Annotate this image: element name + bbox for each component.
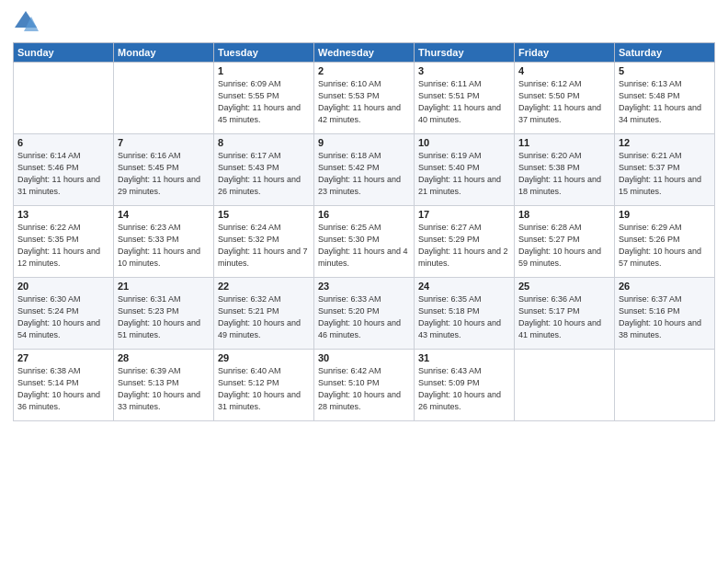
calendar-cell: 24Sunrise: 6:35 AM Sunset: 5:18 PM Dayli… — [415, 278, 515, 350]
header — [13, 9, 715, 35]
calendar-cell: 4Sunrise: 6:12 AM Sunset: 5:50 PM Daylig… — [515, 63, 615, 134]
day-number: 13 — [17, 209, 109, 220]
calendar-cell: 16Sunrise: 6:25 AM Sunset: 5:30 PM Dayli… — [314, 206, 415, 278]
calendar-cell — [515, 350, 615, 421]
day-info: Sunrise: 6:39 AM Sunset: 5:13 PM Dayligh… — [118, 365, 210, 413]
calendar-cell: 28Sunrise: 6:39 AM Sunset: 5:13 PM Dayli… — [114, 350, 214, 421]
day-info: Sunrise: 6:35 AM Sunset: 5:18 PM Dayligh… — [418, 293, 510, 341]
day-info: Sunrise: 6:21 AM Sunset: 5:37 PM Dayligh… — [619, 150, 711, 198]
calendar-cell: 11Sunrise: 6:20 AM Sunset: 5:38 PM Dayli… — [515, 134, 615, 206]
day-info: Sunrise: 6:43 AM Sunset: 5:09 PM Dayligh… — [418, 365, 510, 413]
day-info: Sunrise: 6:33 AM Sunset: 5:20 PM Dayligh… — [318, 293, 410, 341]
calendar-cell: 21Sunrise: 6:31 AM Sunset: 5:23 PM Dayli… — [114, 278, 214, 350]
calendar-weekday: Tuesday — [214, 43, 314, 63]
day-number: 2 — [318, 65, 410, 76]
calendar-cell: 31Sunrise: 6:43 AM Sunset: 5:09 PM Dayli… — [415, 350, 515, 421]
day-info: Sunrise: 6:12 AM Sunset: 5:50 PM Dayligh… — [518, 78, 610, 126]
day-info: Sunrise: 6:19 AM Sunset: 5:40 PM Dayligh… — [418, 150, 510, 198]
day-info: Sunrise: 6:27 AM Sunset: 5:29 PM Dayligh… — [418, 222, 510, 270]
day-number: 9 — [318, 137, 410, 148]
day-info: Sunrise: 6:31 AM Sunset: 5:23 PM Dayligh… — [118, 293, 210, 341]
day-info: Sunrise: 6:16 AM Sunset: 5:45 PM Dayligh… — [118, 150, 210, 198]
day-number: 22 — [218, 281, 310, 292]
day-info: Sunrise: 6:40 AM Sunset: 5:12 PM Dayligh… — [218, 365, 310, 413]
calendar-cell: 12Sunrise: 6:21 AM Sunset: 5:37 PM Dayli… — [615, 134, 715, 206]
calendar-cell: 26Sunrise: 6:37 AM Sunset: 5:16 PM Dayli… — [615, 278, 715, 350]
day-number: 28 — [118, 352, 210, 363]
day-number: 4 — [518, 65, 610, 76]
calendar-week-row: 13Sunrise: 6:22 AM Sunset: 5:35 PM Dayli… — [14, 206, 715, 278]
day-info: Sunrise: 6:36 AM Sunset: 5:17 PM Dayligh… — [518, 293, 610, 341]
day-info: Sunrise: 6:22 AM Sunset: 5:35 PM Dayligh… — [17, 222, 109, 270]
day-number: 7 — [118, 137, 210, 148]
calendar-cell — [14, 63, 114, 134]
calendar-cell: 23Sunrise: 6:33 AM Sunset: 5:20 PM Dayli… — [314, 278, 415, 350]
calendar-cell — [615, 350, 715, 421]
calendar-cell: 2Sunrise: 6:10 AM Sunset: 5:53 PM Daylig… — [314, 63, 415, 134]
day-number: 24 — [418, 281, 510, 292]
day-info: Sunrise: 6:24 AM Sunset: 5:32 PM Dayligh… — [218, 222, 310, 270]
day-info: Sunrise: 6:09 AM Sunset: 5:55 PM Dayligh… — [218, 78, 310, 126]
calendar-cell: 14Sunrise: 6:23 AM Sunset: 5:33 PM Dayli… — [114, 206, 214, 278]
calendar-cell: 20Sunrise: 6:30 AM Sunset: 5:24 PM Dayli… — [14, 278, 114, 350]
calendar-cell — [114, 63, 214, 134]
calendar-table: SundayMondayTuesdayWednesdayThursdayFrid… — [13, 42, 715, 421]
day-info: Sunrise: 6:18 AM Sunset: 5:42 PM Dayligh… — [318, 150, 410, 198]
day-number: 21 — [118, 281, 210, 292]
day-number: 16 — [318, 209, 410, 220]
day-info: Sunrise: 6:17 AM Sunset: 5:43 PM Dayligh… — [218, 150, 310, 198]
day-info: Sunrise: 6:28 AM Sunset: 5:27 PM Dayligh… — [518, 222, 610, 270]
day-info: Sunrise: 6:32 AM Sunset: 5:21 PM Dayligh… — [218, 293, 310, 341]
calendar-cell: 25Sunrise: 6:36 AM Sunset: 5:17 PM Dayli… — [515, 278, 615, 350]
day-number: 14 — [118, 209, 210, 220]
calendar-weekday: Thursday — [415, 43, 515, 63]
day-number: 29 — [218, 352, 310, 363]
day-info: Sunrise: 6:20 AM Sunset: 5:38 PM Dayligh… — [518, 150, 610, 198]
day-number: 6 — [17, 137, 109, 148]
day-info: Sunrise: 6:14 AM Sunset: 5:46 PM Dayligh… — [17, 150, 109, 198]
calendar-cell: 17Sunrise: 6:27 AM Sunset: 5:29 PM Dayli… — [415, 206, 515, 278]
calendar-cell: 5Sunrise: 6:13 AM Sunset: 5:48 PM Daylig… — [615, 63, 715, 134]
day-info: Sunrise: 6:11 AM Sunset: 5:51 PM Dayligh… — [418, 78, 510, 126]
day-number: 31 — [418, 352, 510, 363]
day-number: 1 — [218, 65, 310, 76]
day-number: 5 — [619, 65, 711, 76]
calendar-cell: 22Sunrise: 6:32 AM Sunset: 5:21 PM Dayli… — [214, 278, 314, 350]
calendar-cell: 3Sunrise: 6:11 AM Sunset: 5:51 PM Daylig… — [415, 63, 515, 134]
calendar-week-row: 20Sunrise: 6:30 AM Sunset: 5:24 PM Dayli… — [14, 278, 715, 350]
day-number: 15 — [218, 209, 310, 220]
calendar-cell: 10Sunrise: 6:19 AM Sunset: 5:40 PM Dayli… — [415, 134, 515, 206]
day-info: Sunrise: 6:29 AM Sunset: 5:26 PM Dayligh… — [619, 222, 711, 270]
day-number: 30 — [318, 352, 410, 363]
day-number: 18 — [518, 209, 610, 220]
calendar-weekday: Monday — [114, 43, 214, 63]
day-info: Sunrise: 6:25 AM Sunset: 5:30 PM Dayligh… — [318, 222, 410, 270]
day-info: Sunrise: 6:13 AM Sunset: 5:48 PM Dayligh… — [619, 78, 711, 126]
day-number: 23 — [318, 281, 410, 292]
day-number: 26 — [619, 281, 711, 292]
day-info: Sunrise: 6:10 AM Sunset: 5:53 PM Dayligh… — [318, 78, 410, 126]
calendar-cell: 7Sunrise: 6:16 AM Sunset: 5:45 PM Daylig… — [114, 134, 214, 206]
calendar-cell: 9Sunrise: 6:18 AM Sunset: 5:42 PM Daylig… — [314, 134, 415, 206]
calendar-cell: 8Sunrise: 6:17 AM Sunset: 5:43 PM Daylig… — [214, 134, 314, 206]
day-number: 12 — [619, 137, 711, 148]
day-info: Sunrise: 6:38 AM Sunset: 5:14 PM Dayligh… — [17, 365, 109, 413]
calendar-week-row: 1Sunrise: 6:09 AM Sunset: 5:55 PM Daylig… — [14, 63, 715, 134]
calendar-cell: 6Sunrise: 6:14 AM Sunset: 5:46 PM Daylig… — [14, 134, 114, 206]
calendar-header-row: SundayMondayTuesdayWednesdayThursdayFrid… — [14, 43, 715, 63]
calendar-cell: 15Sunrise: 6:24 AM Sunset: 5:32 PM Dayli… — [214, 206, 314, 278]
calendar-week-row: 6Sunrise: 6:14 AM Sunset: 5:46 PM Daylig… — [14, 134, 715, 206]
day-number: 17 — [418, 209, 510, 220]
logo — [13, 9, 42, 35]
day-number: 8 — [218, 137, 310, 148]
day-number: 27 — [17, 352, 109, 363]
day-number: 19 — [619, 209, 711, 220]
calendar-cell: 30Sunrise: 6:42 AM Sunset: 5:10 PM Dayli… — [314, 350, 415, 421]
calendar-week-row: 27Sunrise: 6:38 AM Sunset: 5:14 PM Dayli… — [14, 350, 715, 421]
day-info: Sunrise: 6:23 AM Sunset: 5:33 PM Dayligh… — [118, 222, 210, 270]
calendar-cell: 18Sunrise: 6:28 AM Sunset: 5:27 PM Dayli… — [515, 206, 615, 278]
calendar-cell: 19Sunrise: 6:29 AM Sunset: 5:26 PM Dayli… — [615, 206, 715, 278]
day-number: 11 — [518, 137, 610, 148]
calendar-weekday: Sunday — [14, 43, 114, 63]
day-number: 25 — [518, 281, 610, 292]
